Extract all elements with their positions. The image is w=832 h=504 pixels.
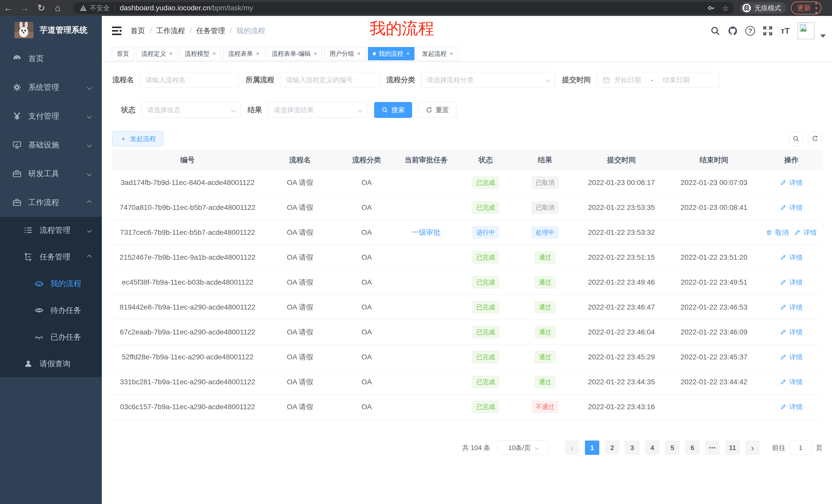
browser-update-button[interactable]: 更新 ••• xyxy=(791,2,822,15)
search-icon xyxy=(382,107,388,113)
prev-page-button[interactable]: ‹ xyxy=(565,441,579,455)
security-label[interactable]: 不安全 xyxy=(90,4,110,12)
goto-page-input[interactable] xyxy=(789,441,812,455)
detail-link[interactable]: 详情 xyxy=(780,278,803,287)
detail-link[interactable]: 详情 xyxy=(780,303,803,312)
tab-home[interactable]: 首页 xyxy=(112,47,134,60)
browser-reload-icon[interactable]: ↻ xyxy=(33,3,49,13)
tab-process-definition[interactable]: 流程定义× xyxy=(136,47,177,60)
process-def-input[interactable] xyxy=(280,72,380,88)
help-icon[interactable]: ? xyxy=(742,26,759,36)
detail-link[interactable]: 详情 xyxy=(780,328,803,337)
action-label: 详情 xyxy=(789,203,803,212)
close-icon[interactable]: × xyxy=(169,50,173,57)
fullscreen-icon[interactable] xyxy=(759,26,777,36)
page-button-1[interactable]: 1 xyxy=(585,441,599,455)
sidebar-item-dev-tools[interactable]: 研发工具 xyxy=(0,159,102,188)
sidebar-item-process-management[interactable]: 流程管理 xyxy=(0,217,102,244)
close-icon[interactable]: × xyxy=(213,50,216,57)
cell-process-name: OA 请假 xyxy=(263,277,337,287)
github-icon[interactable] xyxy=(724,26,742,36)
page-button-6[interactable]: 6 xyxy=(685,441,700,455)
avatar[interactable] xyxy=(798,22,814,39)
password-key-icon[interactable] xyxy=(707,4,715,12)
sidebar-item-task-management[interactable]: 任务管理 xyxy=(0,244,102,270)
status-badge: 已完成 xyxy=(472,251,499,264)
page-size-select[interactable]: 10条/页 xyxy=(497,441,549,455)
search-button[interactable]: 搜索 xyxy=(374,102,412,118)
tab-process-form-edit[interactable]: 流程表单-编辑× xyxy=(267,47,322,60)
detail-link[interactable]: 详情 xyxy=(780,253,803,262)
submit-time-range-picker[interactable]: 开始日期 - 结束日期 xyxy=(597,72,719,88)
detail-link[interactable]: 详情 xyxy=(780,402,803,412)
browser-menu-icon[interactable]: ••• xyxy=(815,1,817,15)
browser-forward-icon[interactable]: → xyxy=(17,3,33,13)
sidebar-item-todo-tasks[interactable]: 待办任务 xyxy=(0,297,102,324)
category-select[interactable]: 请选择流程分类 xyxy=(421,72,555,88)
pen-icon xyxy=(780,354,788,360)
tab-process-form[interactable]: 流程表单× xyxy=(224,47,264,60)
cell-submit-time: 2022-01-22 23:53:35 xyxy=(575,203,668,212)
page-button-2[interactable]: 2 xyxy=(605,441,619,455)
close-icon[interactable]: × xyxy=(314,50,317,57)
status-select[interactable]: 请选择状态 xyxy=(141,102,241,118)
detail-link[interactable]: 详情 xyxy=(780,377,803,387)
next-page-button[interactable]: › xyxy=(745,441,760,455)
sidebar-item-done-tasks[interactable]: 已办任务 xyxy=(0,324,102,351)
browser-back-icon[interactable]: ← xyxy=(0,3,17,13)
address-bar[interactable]: 不安全 dashboard.yudao.iocoder.cn /bpm/task… xyxy=(73,2,734,14)
page-button-4[interactable]: 4 xyxy=(645,441,659,455)
reset-button[interactable]: 重置 xyxy=(418,102,457,118)
refresh-table-button[interactable] xyxy=(808,131,823,146)
detail-link[interactable]: 详情 xyxy=(794,228,817,237)
bookmark-star-icon[interactable]: ☆ xyxy=(722,4,729,12)
detail-link[interactable]: 详情 xyxy=(780,178,803,187)
breadcrumb-task-management[interactable]: 任务管理 xyxy=(197,26,225,36)
tab-my-process[interactable]: 我的流程× xyxy=(368,47,414,60)
font-size-icon[interactable]: тT xyxy=(777,26,794,36)
breadcrumb-workflow[interactable]: 工作流程 xyxy=(156,26,185,36)
tab-user-group[interactable]: 用户分组× xyxy=(324,47,365,60)
cancel-link[interactable]: 取消 xyxy=(766,228,788,237)
tab-start-process[interactable]: 发起流程× xyxy=(417,47,458,60)
close-icon[interactable]: × xyxy=(357,50,361,57)
briefcase-icon xyxy=(11,198,23,207)
browser-home-icon[interactable]: ⌂ xyxy=(49,3,66,13)
detail-link[interactable]: 详情 xyxy=(780,203,803,212)
page-button-11[interactable]: 11 xyxy=(725,441,740,455)
dashboard-icon xyxy=(11,54,23,63)
chevron-down-icon xyxy=(545,78,550,82)
sidebar-item-home[interactable]: 首页 xyxy=(0,44,102,73)
url-path: /bpm/task/my xyxy=(210,4,253,12)
table-body: 3ad174fb-7b9d-11ec-8404-acde48001122OA 请… xyxy=(112,170,823,419)
screen: ← → ↻ ⌂ 不安全 dashboard.yudao.iocoder.cn /… xyxy=(0,0,832,504)
close-icon[interactable]: × xyxy=(406,50,410,57)
process-name-input[interactable] xyxy=(139,72,239,88)
update-label[interactable]: 更新 xyxy=(797,3,811,12)
result-select[interactable]: 请选择流结果 xyxy=(268,102,367,118)
sidebar-item-system-management[interactable]: 系统管理 xyxy=(0,73,102,102)
sidebar-item-leave-query[interactable]: 请假查询 xyxy=(0,351,102,377)
cell-result: 通过 xyxy=(515,351,575,363)
show-search-button[interactable] xyxy=(788,131,803,146)
cell-submit-time: 2022-01-22 23:53:32 xyxy=(575,228,668,236)
detail-link[interactable]: 详情 xyxy=(780,353,803,362)
cell-current-task[interactable]: 一级审批 xyxy=(396,228,457,237)
page-button-3[interactable]: 3 xyxy=(625,441,640,455)
page-button-5[interactable]: 5 xyxy=(665,441,679,455)
chevron-down-icon xyxy=(87,228,92,232)
avatar-caret-icon[interactable] xyxy=(820,34,826,38)
close-icon[interactable]: × xyxy=(256,50,259,57)
more-pages-icon[interactable]: ••• xyxy=(705,441,720,455)
close-icon[interactable]: × xyxy=(450,50,453,57)
breadcrumb-home[interactable]: 首页 xyxy=(131,26,145,36)
cell-category: OA xyxy=(337,303,396,311)
search-icon[interactable] xyxy=(706,26,724,36)
sidebar-item-payment-management[interactable]: 支付管理 xyxy=(0,102,102,131)
sidebar-item-my-process[interactable]: 我的流程 xyxy=(0,270,102,297)
tab-process-model[interactable]: 流程模型× xyxy=(180,47,221,60)
sidebar-fold-icon[interactable] xyxy=(111,26,122,36)
sidebar-item-infrastructure[interactable]: 基础设施 xyxy=(0,131,102,159)
sidebar-item-workflow[interactable]: 工作流程 xyxy=(0,188,102,217)
start-process-button[interactable]: ＋ 发起流程 xyxy=(112,131,163,146)
